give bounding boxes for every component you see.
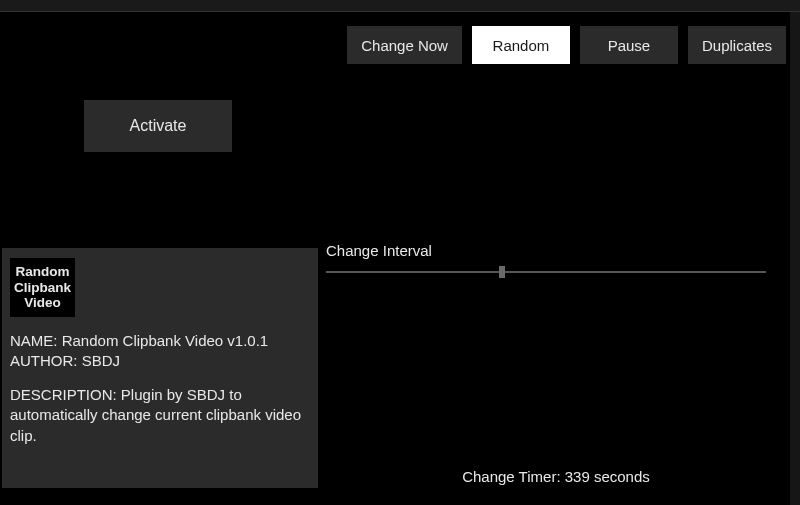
plugin-badge-line: Clipbank bbox=[14, 280, 71, 296]
change-timer-prefix: Change Timer: bbox=[462, 468, 560, 485]
settings-area: Change Interval Change Timer: 339 second… bbox=[326, 242, 786, 491]
slider-track bbox=[326, 271, 766, 273]
change-timer: Change Timer: 339 seconds bbox=[326, 468, 786, 485]
plugin-info-panel: Random Clipbank Video NAME: Random Clipb… bbox=[2, 248, 318, 488]
plugin-name-value: Random Clipbank Video v1.0.1 bbox=[62, 332, 269, 349]
plugin-author-row: AUTHOR: SBDJ bbox=[10, 351, 310, 371]
change-timer-value: 339 bbox=[565, 468, 590, 485]
plugin-name-row: NAME: Random Clipbank Video v1.0.1 bbox=[10, 331, 310, 351]
plugin-description-row: DESCRIPTION: Plugin by SBDJ to automatic… bbox=[10, 385, 310, 446]
duplicates-button[interactable]: Duplicates bbox=[688, 26, 786, 64]
app-root: Change Now Random Pause Duplicates Activ… bbox=[0, 0, 800, 505]
change-timer-unit: seconds bbox=[594, 468, 650, 485]
plugin-author-value: SBDJ bbox=[82, 352, 120, 369]
change-interval-slider[interactable] bbox=[326, 265, 766, 279]
change-now-button[interactable]: Change Now bbox=[347, 26, 462, 64]
random-button[interactable]: Random bbox=[472, 26, 570, 64]
activate-button[interactable]: Activate bbox=[84, 100, 232, 152]
activate-wrap: Activate bbox=[84, 100, 232, 152]
slider-thumb[interactable] bbox=[499, 266, 505, 278]
scrollbar-vertical[interactable] bbox=[790, 12, 800, 505]
plugin-name-label: NAME: bbox=[10, 332, 58, 349]
plugin-badge-line: Video bbox=[14, 295, 71, 311]
plugin-badge-line: Random bbox=[14, 264, 71, 280]
change-interval-label: Change Interval bbox=[326, 242, 786, 259]
pause-button[interactable]: Pause bbox=[580, 26, 678, 64]
plugin-description-label: DESCRIPTION: bbox=[10, 386, 117, 403]
plugin-author-label: AUTHOR: bbox=[10, 352, 78, 369]
toolbar: Change Now Random Pause Duplicates bbox=[0, 12, 800, 64]
window-top-frame bbox=[0, 0, 800, 12]
plugin-badge: Random Clipbank Video bbox=[10, 258, 75, 317]
